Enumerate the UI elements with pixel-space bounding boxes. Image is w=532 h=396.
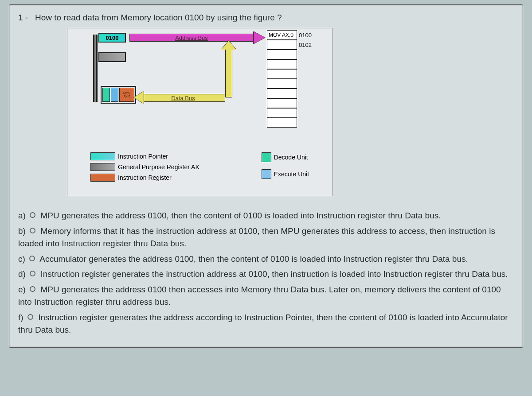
memory-row [267, 108, 317, 118]
legend-ax-label: General Purpose Register AX [118, 163, 200, 171]
memory-addr [297, 98, 317, 108]
memory-row [267, 50, 317, 59]
option-e-radio[interactable] [30, 286, 35, 292]
address-bus-label: Address Bus [175, 35, 208, 41]
memory-cell [267, 69, 297, 79]
legend-ip-swatch [90, 152, 115, 160]
option-d-text: Instruction register generates the instr… [40, 269, 508, 279]
option-a-radio[interactable] [30, 212, 35, 218]
option-c-radio[interactable] [29, 256, 35, 261]
answer-options: a) MPU generates the address 0100, then … [18, 210, 514, 337]
memory-row [267, 69, 317, 79]
memory-cell [267, 118, 297, 128]
option-f-text: Instruction register generates the addre… [18, 313, 508, 335]
memory-addr [297, 69, 317, 79]
memory-addr [297, 50, 317, 59]
option-b: b) Memory informs that it has the instru… [18, 225, 514, 250]
memory-addr [297, 59, 317, 69]
option-f: f) Instruction register generates the ad… [18, 311, 514, 337]
option-d: d) Instruction register generates the in… [18, 268, 514, 281]
memory-row [267, 79, 317, 89]
memory-cell [267, 59, 297, 69]
memory-addr [297, 89, 317, 98]
option-a-label: a) [18, 211, 26, 220]
legend-execute-label: Execute Unit [274, 171, 309, 178]
data-bus: Data Bus [141, 94, 225, 102]
memory-table: MOV AX,00100 0102 [267, 30, 317, 128]
memory-addr: 0100 [297, 30, 317, 40]
option-d-radio[interactable] [30, 271, 35, 276]
memory-cell [267, 108, 297, 118]
question-title: 1 - How to read data from Memory locatio… [18, 13, 514, 23]
ir-text-bot: AX,0 [123, 95, 130, 98]
instruction-pointer-register: 0100 [98, 33, 126, 43]
memory-row: 0102 [267, 40, 317, 50]
cpu-memory-diagram: 0100 MOV AX,0 Address Bus Data Bus MOV A… [67, 28, 333, 196]
ax-register [98, 52, 126, 62]
question-text: How to read data from Memory location 01… [35, 13, 282, 22]
option-f-radio[interactable] [27, 314, 33, 320]
question-page: 1 - How to read data from Memory locatio… [9, 4, 523, 348]
memory-row [267, 118, 317, 128]
data-bus-up-arrow-icon [221, 41, 236, 50]
memory-row: MOV AX,00100 [267, 30, 317, 40]
ir-text-top: MOV [123, 92, 130, 95]
option-b-label: b) [18, 226, 26, 236]
legend-execute-unit: Execute Unit [262, 169, 309, 179]
memory-addr: 0102 [297, 40, 317, 50]
legend-ir-swatch [90, 174, 115, 182]
question-number: 1 - [18, 13, 28, 22]
option-f-label: f) [18, 313, 23, 322]
legend-instruction-pointer: Instruction Pointer [90, 152, 200, 160]
option-c-text: Accumulator generates the address 0100, … [39, 254, 468, 264]
memory-addr [297, 118, 317, 128]
option-c: c) Accumulator generates the address 010… [18, 253, 514, 266]
cpu-unit-box: MOV AX,0 [101, 86, 136, 104]
cpu-side-bus [93, 35, 98, 102]
legend-decode-label: Decode Unit [274, 154, 308, 161]
option-d-label: d) [18, 269, 26, 279]
ip-value: 0100 [106, 35, 119, 41]
option-a-text: MPU generates the address 0100, then the… [40, 211, 441, 220]
diagram-legend: Instruction Pointer General Purpose Regi… [90, 152, 309, 182]
legend-decode-swatch [262, 152, 271, 162]
option-e-label: e) [18, 285, 26, 294]
memory-cell [267, 50, 297, 59]
legend-decode-unit: Decode Unit [262, 152, 309, 162]
memory-addr [297, 108, 317, 118]
decode-unit-block [102, 88, 110, 102]
option-a: a) MPU generates the address 0100, then … [18, 210, 514, 222]
legend-ip-label: Instruction Pointer [118, 153, 168, 160]
memory-cell [267, 98, 297, 108]
memory-cell [267, 40, 297, 50]
memory-addr [297, 79, 317, 89]
memory-cell: MOV AX,0 [267, 30, 297, 40]
data-bus-left-arrow-icon [134, 91, 144, 104]
memory-cell [267, 89, 297, 98]
instruction-register-block: MOV AX,0 [119, 88, 134, 102]
option-b-radio[interactable] [30, 228, 35, 233]
legend-execute-swatch [262, 169, 271, 179]
memory-cell [267, 79, 297, 89]
legend-instruction-register: Instruction Register [90, 174, 200, 182]
legend-ax-register: General Purpose Register AX [90, 163, 200, 171]
data-bus-vertical [225, 46, 232, 97]
memory-row [267, 59, 317, 69]
data-bus-label: Data Bus [171, 95, 195, 101]
option-e: e) MPU generates the address 0100 then a… [18, 283, 514, 309]
option-b-text: Memory informs that it has the instructi… [18, 226, 495, 248]
option-e-text: MPU generates the address 0100 then acce… [18, 285, 501, 307]
execute-unit-block [111, 88, 118, 102]
legend-ax-swatch [90, 163, 115, 171]
legend-ir-label: Instruction Register [118, 174, 172, 181]
memory-row [267, 98, 317, 108]
memory-row [267, 89, 317, 98]
option-c-label: c) [18, 254, 25, 264]
address-bus-arrow-icon [254, 31, 265, 44]
